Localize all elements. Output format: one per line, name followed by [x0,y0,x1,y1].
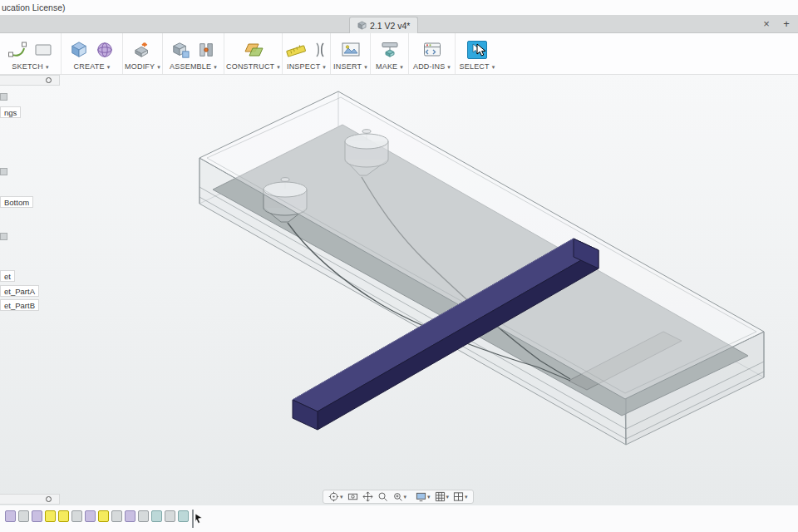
timeline-feature[interactable] [125,510,135,522]
window-title: ucation License) [2,2,65,12]
toolbar-group-sketch: SKETCH▾ [0,33,62,74]
select-menu[interactable]: SELECT▾ [460,62,495,71]
document-tab[interactable]: 2.1 V2 v4* [349,17,418,33]
toolbar-group-create: CREATE▾ [62,33,123,74]
look-at-icon[interactable] [346,491,360,503]
assemble-menu[interactable]: ASSEMBLE▾ [170,62,217,71]
zoom-icon[interactable] [376,491,390,503]
inspect-menu[interactable]: INSPECT▾ [287,62,326,71]
fusion-window: ucation License) 2.1 V2 v4* × + SKETCH▾ [0,0,798,532]
display-settings-icon[interactable]: ▾ [414,491,432,503]
toolbar-group-assemble: ASSEMBLE▾ [163,33,224,74]
browser-item-gasket-parta[interactable]: et_PartA [0,285,39,297]
scripts-addins-icon[interactable] [422,41,442,59]
browser-node-icon[interactable] [0,168,7,175]
joint-icon[interactable] [196,41,216,59]
timeline-feature[interactable] [71,510,82,522]
document-tab-title: 2.1 V2 v4* [370,21,410,31]
browser-item-gasket[interactable]: et [0,270,15,282]
browser-item-gasket-partb[interactable]: et_PartB [0,299,39,311]
timeline-feature[interactable] [111,510,122,522]
measure-icon[interactable] [285,41,307,59]
timeline-panel-header[interactable] [0,494,60,505]
create-sketch-icon[interactable] [7,41,27,59]
add-ins-menu[interactable]: ADD-INS▾ [413,62,451,71]
browser-item-bottom[interactable]: Bottom [0,196,33,208]
sketch-rectangle-icon[interactable] [33,41,53,59]
timeline-feature[interactable] [151,510,162,522]
timeline-feature[interactable] [32,510,42,522]
insert-image-icon[interactable] [341,41,361,59]
insert-menu[interactable]: INSERT▾ [333,62,367,71]
browser-node-icon[interactable] [0,93,7,101]
browser-collapse-icon[interactable] [46,77,52,83]
viewports-icon[interactable]: ▾ [451,491,470,503]
construct-menu[interactable]: CONSTRUCT▾ [226,62,280,71]
browser-panel-header[interactable] [0,75,60,86]
timeline-feature[interactable] [58,510,69,522]
timeline-feature[interactable] [165,510,175,522]
new-component-icon[interactable] [170,41,190,59]
title-bar: ucation License) [0,0,798,15]
timeline-feature[interactable] [178,510,189,522]
toolbar-group-construct: CONSTRUCT▾ [224,33,283,74]
construction-plane-icon[interactable] [243,41,264,59]
create-form-icon[interactable] [95,41,115,59]
3d-print-icon[interactable] [380,41,400,59]
sketch-menu[interactable]: SKETCH▾ [12,62,48,71]
orbit-icon[interactable]: ▾ [327,491,345,503]
toolbar-group-insert: INSERT▾ [331,33,371,74]
timeline-feature[interactable] [18,510,29,522]
modify-menu[interactable]: MODIFY▾ [125,62,160,71]
toolbar-group-add-ins: ADD-INS▾ [409,33,456,74]
new-tab-icon[interactable]: + [778,15,795,33]
timeline [5,510,189,522]
document-tab-bar: 2.1 V2 v4* × + [0,15,798,33]
viewport-canvas[interactable] [0,75,798,505]
navigation-bar: ▾ ▾ ▾ ▾ ▾ [323,490,474,504]
timeline-feature[interactable] [45,510,56,522]
toolbar-group-inspect: INSPECT▾ [283,33,331,74]
3d-model [0,75,798,505]
interference-icon[interactable] [313,41,328,59]
mouse-cursor [476,43,487,61]
create-menu[interactable]: CREATE▾ [74,62,111,71]
document-icon [357,21,367,30]
close-tab-icon[interactable]: × [758,15,775,33]
fit-icon[interactable]: ▾ [391,491,409,503]
make-menu[interactable]: MAKE▾ [376,62,403,71]
pan-icon[interactable] [361,491,375,503]
press-pull-icon[interactable] [133,41,153,59]
create-solid-icon[interactable] [69,41,89,59]
toolbar-group-make: MAKE▾ [371,33,409,74]
timeline-feature[interactable] [138,510,149,522]
toolbar: SKETCH▾ CREATE▾ MOD [0,33,798,75]
grid-and-snaps-icon[interactable]: ▾ [433,491,451,503]
timeline-feature[interactable] [5,510,16,522]
timeline-collapse-icon[interactable] [46,496,52,502]
timeline-playhead[interactable] [190,509,206,529]
browser-item-settings[interactable]: ngs [0,106,21,118]
timeline-feature[interactable] [85,510,96,522]
browser-node-icon[interactable] [0,233,7,240]
timeline-feature[interactable] [98,510,109,522]
toolbar-group-modify: MODIFY▾ [123,33,163,74]
